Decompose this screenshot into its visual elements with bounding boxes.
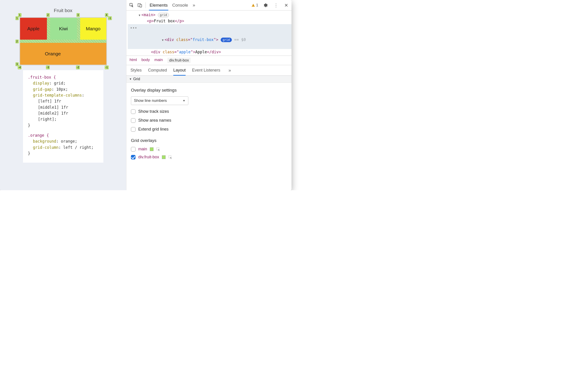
line-label: -3 [46,66,50,69]
show-track-sizes-row[interactable]: Show track sizes [131,109,287,114]
checkbox[interactable] [131,155,135,159]
panel-tab-computed[interactable]: Computed [148,65,167,75]
grid-overlays-heading: Grid overlays [131,138,287,143]
line-label: 1 [16,16,19,20]
inspect-icon[interactable] [129,3,134,8]
line-label: -1 [105,66,109,69]
preview-title: Fruit box [54,8,72,13]
gear-icon[interactable] [261,3,269,8]
overlay-row-fruit-box[interactable]: div.fruit-box [131,155,287,159]
side-panel-tabs: Styles Computed Layout Event Listeners » [126,65,292,76]
device-toggle-icon[interactable] [137,3,142,8]
line-label: 2 [16,40,19,43]
show-area-names-row[interactable]: Show area names [131,118,287,123]
layout-panel: Overlay display settings Show line numbe… [126,83,292,163]
extend-grid-lines-row[interactable]: Extend grid lines [131,127,287,132]
checkbox[interactable] [131,127,135,132]
line-label: 3 [77,13,80,17]
breadcrumb[interactable]: html body main div.fruit-box [126,56,292,65]
checkbox[interactable] [131,118,135,123]
chevron-down-icon: ▼ [183,99,185,102]
line-labels-select[interactable]: Show line numbers ▼ [131,96,188,105]
panel-tab-listeners[interactable]: Event Listeners [192,65,220,75]
disclosure-icon: ▼ [129,77,132,81]
tabs-more[interactable]: » [192,0,196,10]
line-label: -4 [18,66,22,69]
checkbox-label: Show track sizes [138,109,169,114]
line-label: -1 [108,16,112,20]
grid-section-title: Grid [133,77,140,81]
close-icon[interactable] [283,3,290,7]
grid-overlay: Apple Kiwi Mango Orange 1 2 3 4 1 2 3 -1… [20,17,107,65]
crumb-fruit-box[interactable]: div.fruit-box [167,58,191,63]
cell-orange: Orange [20,43,106,65]
tab-elements[interactable]: Elements [149,0,168,10]
crumb-html[interactable]: html [129,58,137,63]
tab-console[interactable]: Console [171,0,189,10]
app-window: Fruit box Apple Kiwi Mango Orange 1 2 3 … [0,0,292,190]
cell-kiwi: Kiwi [50,18,77,40]
overlay-settings-heading: Overlay display settings [131,88,287,93]
grid-gap-row [20,40,106,43]
devtools-pane: Elements Console » 1 ⋮ ▼<<main>main> gri… [126,0,292,190]
checkbox-label: Extend grid lines [138,127,168,132]
css-snippet: .fruit-box { display: grid; grid-gap: 10… [23,70,103,163]
checkbox[interactable] [131,147,135,151]
preview-pane: Fruit box Apple Kiwi Mango Orange 1 2 3 … [0,0,126,190]
kebab-icon[interactable]: ⋮ [272,2,280,8]
crumb-main[interactable]: main [154,58,163,63]
svg-rect-2 [140,4,142,7]
reveal-icon[interactable] [156,147,160,151]
overlay-name: div.fruit-box [138,155,159,159]
checkbox[interactable] [131,109,135,114]
line-label: -2 [76,66,80,69]
devtools-toolbar: Elements Console » 1 ⋮ [126,0,292,10]
line-label: 4 [105,13,108,17]
panel-tab-styles[interactable]: Styles [130,65,142,75]
warnings-indicator[interactable]: 1 [251,3,258,7]
reveal-icon[interactable] [168,155,172,159]
color-swatch[interactable] [162,155,166,159]
panel-tabs-more[interactable]: » [229,68,231,73]
line-label: 1 [18,13,21,17]
svg-rect-3 [253,4,253,6]
overlay-row-main[interactable]: main [131,147,287,151]
checkbox-label: Show area names [138,118,171,123]
cell-mango: Mango [80,18,106,40]
svg-rect-4 [253,6,253,6]
overlay-name: main [138,147,147,151]
cell-apple: Apple [20,18,47,40]
line-label: 2 [46,13,50,17]
dom-tree[interactable]: ▼<<main>main> grid <p>Fruit box</p> ••• … [126,10,292,56]
crumb-body[interactable]: body [141,58,150,63]
color-swatch[interactable] [150,147,153,151]
panel-tab-layout[interactable]: Layout [173,65,186,75]
grid-section-head[interactable]: ▼ Grid [126,76,292,83]
